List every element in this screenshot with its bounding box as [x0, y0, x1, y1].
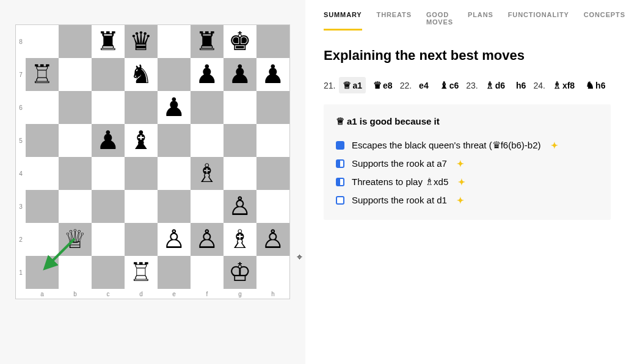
piece: ♟: [261, 62, 285, 87]
expand-icon[interactable]: ✦: [458, 177, 465, 187]
square-a8[interactable]: [26, 25, 59, 58]
move-text: h6: [595, 81, 605, 90]
square-b5[interactable]: [59, 124, 92, 157]
piece: ♜: [96, 29, 120, 54]
square-b3[interactable]: [59, 190, 92, 223]
square-b6[interactable]: [59, 91, 92, 124]
square-g3[interactable]: ♙: [224, 190, 256, 223]
expand-icon[interactable]: ✦: [551, 140, 558, 150]
rank-label: 4: [16, 157, 26, 190]
square-b8[interactable]: [59, 25, 92, 58]
square-c5[interactable]: ♟: [92, 124, 125, 157]
square-d7[interactable]: ♞: [125, 58, 158, 91]
square-h1[interactable]: [256, 256, 289, 289]
square-h8[interactable]: [256, 25, 289, 58]
square-d5[interactable]: ♝: [125, 124, 158, 157]
square-c8[interactable]: ♜: [92, 25, 125, 58]
tab-functionality[interactable]: FUNCTIONALITY: [508, 11, 569, 31]
square-c4[interactable]: [92, 157, 125, 190]
square-g2[interactable]: ♗: [224, 223, 256, 256]
chess-board-panel: 8♜♛♜♚7♖♞♟♟♟6♟5♟♝4♗3♙2♕♙♙♗♙1♖♔abcdefgh ⌖: [0, 0, 305, 364]
square-a6[interactable]: [26, 91, 59, 124]
square-f6[interactable]: [191, 91, 224, 124]
square-g7[interactable]: ♟: [224, 58, 256, 91]
square-c6[interactable]: [92, 91, 125, 124]
square-f8[interactable]: ♜: [191, 25, 224, 58]
expand-icon[interactable]: ✦: [457, 195, 464, 205]
square-e7[interactable]: [158, 58, 191, 91]
square-f4[interactable]: ♗: [191, 157, 224, 190]
square-b4[interactable]: [59, 157, 92, 190]
move-text: c6: [449, 81, 459, 90]
move-black[interactable]: ♛e8: [369, 77, 396, 93]
square-b7[interactable]: [59, 58, 92, 91]
analysis-panel: SUMMARYTHREATSGOOD MOVESPLANSFUNCTIONALI…: [305, 0, 629, 364]
square-c7[interactable]: [92, 58, 125, 91]
square-f1[interactable]: [191, 256, 224, 289]
square-d4[interactable]: [125, 157, 158, 190]
square-d2[interactable]: [125, 223, 158, 256]
move-white[interactable]: ♗xf8: [549, 77, 578, 93]
reason-text: Supports the rook at a7: [352, 158, 447, 169]
square-e2[interactable]: ♙: [158, 223, 191, 256]
square-a1[interactable]: [26, 256, 59, 289]
move-white[interactable]: ♕a1: [339, 77, 366, 93]
square-e4[interactable]: [158, 157, 191, 190]
piece-icon: ♗: [485, 79, 494, 91]
reason-item[interactable]: Threatens to play ♗xd5✦: [336, 172, 598, 191]
reason-item[interactable]: Escapes the black queen's threat (♛f6(b6…: [336, 136, 598, 155]
file-label: b: [59, 289, 92, 299]
reason-item[interactable]: Supports the rook at d1✦: [336, 191, 598, 209]
square-a3[interactable]: [26, 190, 59, 223]
square-d6[interactable]: [125, 91, 158, 124]
square-d8[interactable]: ♛: [125, 25, 158, 58]
square-h7[interactable]: ♟: [256, 58, 289, 91]
square-g5[interactable]: [224, 124, 256, 157]
piece: ♞: [129, 62, 153, 87]
square-f3[interactable]: [191, 190, 224, 223]
move-white[interactable]: ♗d6: [482, 77, 509, 93]
piece: ♙: [162, 227, 186, 252]
square-h3[interactable]: [256, 190, 289, 223]
square-e8[interactable]: [158, 25, 191, 58]
square-e6[interactable]: ♟: [158, 91, 191, 124]
move-white[interactable]: e4: [415, 78, 432, 93]
square-d1[interactable]: ♖: [125, 256, 158, 289]
tab-summary[interactable]: SUMMARY: [324, 11, 362, 31]
square-g1[interactable]: ♔: [224, 256, 256, 289]
square-h2[interactable]: ♙: [256, 223, 289, 256]
move-black[interactable]: ♝c6: [436, 77, 463, 93]
square-a5[interactable]: [26, 124, 59, 157]
square-e3[interactable]: [158, 190, 191, 223]
square-d3[interactable]: [125, 190, 158, 223]
chess-board[interactable]: 8♜♛♜♚7♖♞♟♟♟6♟5♟♝4♗3♙2♕♙♙♗♙1♖♔abcdefgh: [15, 24, 290, 299]
square-c2[interactable]: [92, 223, 125, 256]
square-f5[interactable]: [191, 124, 224, 157]
tab-concepts[interactable]: CONCEPTS: [584, 11, 625, 31]
reason-item[interactable]: Supports the rook at a7✦: [336, 155, 598, 172]
square-g6[interactable]: [224, 91, 256, 124]
square-a2[interactable]: [26, 223, 59, 256]
tab-plans[interactable]: PLANS: [468, 11, 493, 31]
piece: ♙: [228, 194, 252, 219]
tab-good-moves[interactable]: GOOD MOVES: [426, 11, 453, 31]
move-black[interactable]: ♞h6: [582, 77, 609, 93]
square-b2[interactable]: ♕: [59, 223, 92, 256]
square-a7[interactable]: ♖: [26, 58, 59, 91]
square-a4[interactable]: [26, 157, 59, 190]
square-g4[interactable]: [224, 157, 256, 190]
square-c3[interactable]: [92, 190, 125, 223]
tab-threats[interactable]: THREATS: [377, 11, 412, 31]
square-f2[interactable]: ♙: [191, 223, 224, 256]
square-b1[interactable]: [59, 256, 92, 289]
square-e1[interactable]: [158, 256, 191, 289]
square-h6[interactable]: [256, 91, 289, 124]
square-h4[interactable]: [256, 157, 289, 190]
square-g8[interactable]: ♚: [224, 25, 256, 58]
square-c1[interactable]: [92, 256, 125, 289]
square-e5[interactable]: [158, 124, 191, 157]
square-f7[interactable]: ♟: [191, 58, 224, 91]
expand-icon[interactable]: ✦: [457, 159, 464, 169]
square-h5[interactable]: [256, 124, 289, 157]
move-black[interactable]: h6: [512, 78, 529, 93]
